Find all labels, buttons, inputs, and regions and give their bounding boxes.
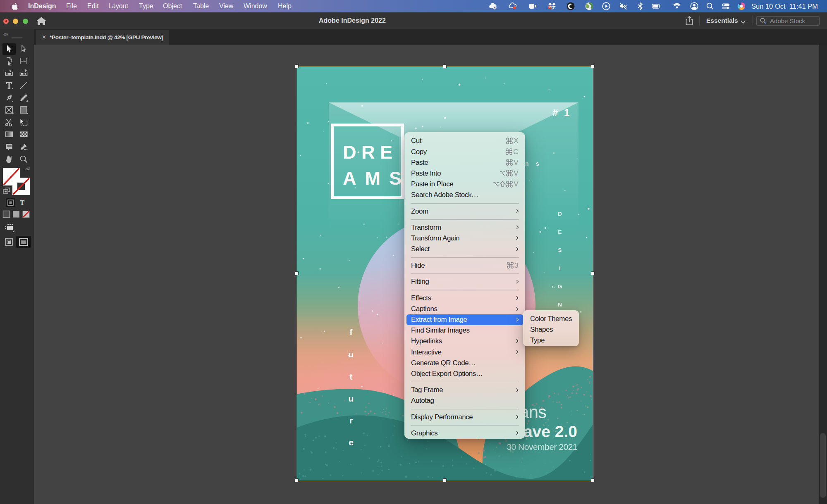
- svg-text:I: I: [559, 265, 561, 271]
- svg-text:AMS: AMS: [343, 168, 402, 189]
- svg-text:N: N: [558, 302, 562, 308]
- svg-text:u: u: [349, 394, 354, 403]
- svg-text:ns: ns: [525, 160, 546, 167]
- svg-text:e: e: [349, 437, 354, 447]
- svg-text:G: G: [558, 283, 562, 290]
- svg-text:u: u: [349, 349, 354, 359]
- svg-text:DRE: DRE: [343, 142, 392, 163]
- svg-text:# 1: # 1: [552, 107, 571, 118]
- svg-text:t: t: [350, 372, 353, 381]
- svg-text:r: r: [349, 416, 353, 425]
- svg-text:S: S: [558, 247, 562, 253]
- svg-text:E: E: [558, 229, 562, 235]
- svg-text:f: f: [350, 327, 353, 337]
- svg-text:15: 15: [548, 6, 552, 9]
- svg-text:D: D: [558, 211, 562, 217]
- svg-text:30 November 2021: 30 November 2021: [507, 442, 577, 452]
